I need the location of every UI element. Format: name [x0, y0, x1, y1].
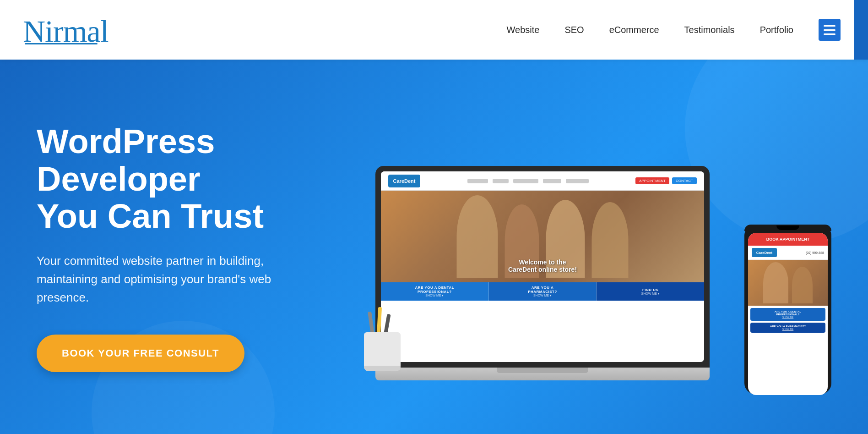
- phone-site-logo: CareDent: [752, 248, 777, 257]
- hero-image-area: CareDent APPOINTMENT CO: [339, 87, 831, 408]
- phone-hero-image: [748, 260, 828, 306]
- phone-notch: [776, 225, 799, 230]
- family-photo: Welcome to the CareDent online store!: [381, 191, 704, 282]
- mockup-nav-1: [467, 179, 488, 183]
- phone-topbar-text: BOOK APPOINTMENT: [766, 237, 810, 242]
- nav-website[interactable]: Website: [507, 25, 540, 35]
- mockup-dental-text: ARE YOU A DENTAL: [415, 286, 454, 290]
- mockup-site-logo: CareDent: [388, 175, 420, 187]
- hero-section: WordPress Developer You Can Trust Your c…: [0, 60, 868, 434]
- phone-person-1: [763, 262, 788, 303]
- mockup-findus-link: SHOW ME ▾: [641, 292, 660, 296]
- mockup-dental-link: SHOW ME ▾: [425, 294, 444, 297]
- mockup-pharmacist-text: ARE YOU A: [532, 286, 554, 290]
- laptop-hinge: [497, 368, 588, 373]
- hero-title: WordPress Developer You Can Trust: [37, 123, 320, 235]
- mockup-action-buttons: APPOINTMENT CONTACT: [635, 177, 697, 184]
- nav-testimonials[interactable]: Testimonials: [684, 25, 735, 35]
- phone-sections: ARE YOU A DENTAL PROFESSIONAL? SHOW ME A…: [748, 306, 828, 337]
- mockup-nav-3: [513, 179, 538, 183]
- mockup-topbar: CareDent APPOINTMENT CO: [381, 171, 704, 191]
- mockup-logo-text: CareDent: [393, 178, 416, 184]
- logo[interactable]: Nirmal: [23, 16, 108, 44]
- mockup-dental-text2: PROFESSIONAL?: [418, 290, 452, 294]
- website-mockup: CareDent APPOINTMENT CO: [381, 171, 704, 362]
- hero-title-line2: You Can Trust: [37, 197, 264, 235]
- phone-top-bar: BOOK APPOINTMENT: [748, 233, 828, 246]
- laptop-base: [375, 368, 710, 380]
- mockup-btn-appointment: APPOINTMENT: [635, 177, 669, 184]
- mockup-hero-overlay: Welcome to the CareDent online store!: [508, 258, 577, 273]
- hamburger-button[interactable]: [819, 19, 841, 41]
- phone-number: (02) 999-888: [806, 251, 824, 254]
- person-1: [457, 195, 498, 278]
- cta-button[interactable]: BOOK YOUR FREE CONSULT: [37, 335, 244, 372]
- phone-dental-box: ARE YOU A DENTAL PROFESSIONAL? SHOW ME: [750, 308, 825, 321]
- logo-text: Nirmal: [23, 14, 108, 49]
- mockup-nav-4: [543, 179, 561, 183]
- hamburger-line-2: [824, 29, 835, 31]
- phone-pharmacist-box: ARE YOU A PHARMACIST? SHOW ME: [750, 323, 825, 333]
- nav-portfolio[interactable]: Portfolio: [760, 25, 793, 35]
- mockup-dental-btn: ARE YOU A DENTAL PROFESSIONAL? SHOW ME ▾: [381, 282, 489, 301]
- phone-section-row-2: ARE YOU A PHARMACIST? SHOW ME: [750, 323, 825, 333]
- phone-logo-text: CareDent: [756, 251, 773, 255]
- mockup-nav-2: [493, 179, 509, 183]
- phone-logo-bar: CareDent (02) 999-888: [748, 246, 828, 260]
- hero-title-line1: WordPress Developer: [37, 122, 215, 198]
- mockup-findus-text: FIND US: [642, 288, 659, 292]
- logo-area: Nirmal: [23, 16, 108, 44]
- mockup-pharmacist-link: SHOW ME ▾: [533, 294, 552, 297]
- phone-section-row-1: ARE YOU A DENTAL PROFESSIONAL? SHOW ME: [750, 308, 825, 321]
- hamburger-line-1: [824, 25, 835, 27]
- nav-seo[interactable]: SEO: [564, 25, 584, 35]
- mockup-hero-text-line1: Welcome to the: [508, 258, 577, 266]
- phone-pharmacist-link: SHOW ME: [753, 328, 823, 330]
- hero-content: WordPress Developer You Can Trust Your c…: [37, 123, 320, 372]
- hamburger-line-3: [824, 33, 835, 35]
- nav-ecommerce[interactable]: eCommerce: [609, 25, 659, 35]
- mockup-pharmacist-btn: ARE YOU A PHARMACIST? SHOW ME ▾: [489, 282, 597, 301]
- mockup-pharmacist-text2: PHARMACIST?: [528, 290, 557, 294]
- cup-body: [364, 332, 401, 371]
- phone-screen: BOOK APPOINTMENT CareDent (02) 999-888: [748, 233, 828, 395]
- pencil-cup-decoration: [362, 332, 403, 371]
- mockup-nav: [467, 179, 589, 183]
- main-nav: Website SEO eCommerce Testimonials Portf…: [507, 19, 841, 41]
- mockup-btn-contact: CONTACT: [672, 177, 697, 184]
- laptop-mockup: CareDent APPOINTMENT CO: [375, 166, 710, 380]
- phone-person-2: [792, 267, 813, 303]
- mockup-nav-5: [566, 179, 589, 183]
- mockup-hero-text-line2: CareDent online store!: [508, 266, 577, 273]
- laptop-screen-outer: CareDent APPOINTMENT CO: [375, 166, 710, 368]
- header-right-accent: [854, 0, 868, 60]
- phone-dental-link: SHOW ME: [753, 316, 823, 319]
- mockup-hero-img: Welcome to the CareDent online store!: [381, 191, 704, 282]
- cup-ridge: [364, 366, 401, 371]
- laptop-screen-inner: CareDent APPOINTMENT CO: [381, 171, 704, 362]
- mockup-findus-btn: FIND US SHOW ME ▾: [597, 282, 704, 301]
- hero-subtitle: Your committed website partner in buildi…: [37, 252, 302, 307]
- mockup-bottom-bar: ARE YOU A DENTAL PROFESSIONAL? SHOW ME ▾…: [381, 282, 704, 301]
- phone-mockup: BOOK APPOINTMENT CareDent (02) 999-888: [744, 225, 831, 394]
- person-4: [592, 202, 629, 278]
- phone-body: BOOK APPOINTMENT CareDent (02) 999-888: [744, 225, 831, 394]
- site-header: Nirmal Website SEO eCommerce Testimonial…: [0, 0, 868, 60]
